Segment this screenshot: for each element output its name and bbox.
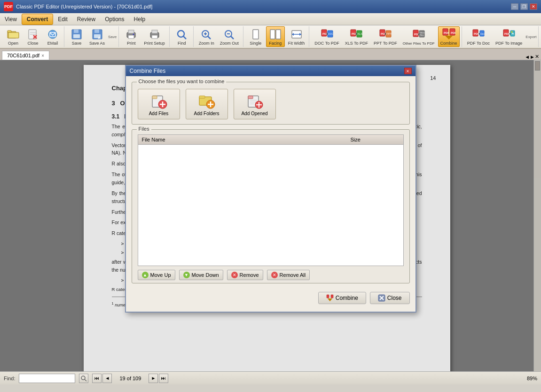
minimize-button[interactable]: ─	[511, 3, 518, 10]
zoom-in-label: Zoom In	[199, 41, 214, 46]
pdf-to-image-button[interactable]: PDF PDF To Image	[493, 26, 525, 47]
restore-button[interactable]: ❐	[520, 3, 528, 10]
tab-close-all[interactable]: ✕	[535, 54, 539, 60]
move-up-icon: ▲	[142, 272, 149, 278]
toolbar-group-zoom: Zoom In Zoom Out	[195, 26, 243, 47]
close-dialog-button[interactable]: Close	[370, 292, 410, 304]
save-label: Save	[72, 41, 82, 46]
svg-line-27	[208, 36, 211, 39]
xls-to-pdf-button[interactable]: PDFXLS XLS To PDF	[343, 26, 370, 47]
dialog-titlebar: Combine Files ×	[126, 66, 416, 76]
svg-line-31	[231, 36, 234, 39]
zoom-out-label: Zoom Out	[220, 41, 239, 46]
doc-to-pdf-label: DOC To PDF	[314, 41, 339, 46]
tab-close-button[interactable]: ×	[41, 53, 44, 58]
save-as-button[interactable]: A Save As	[87, 26, 107, 47]
fit-width-button[interactable]: Fit Width	[286, 26, 307, 47]
titlebar-controls: ─ ❐ ✕	[511, 3, 537, 10]
print-setup-icon	[148, 28, 161, 41]
close-icon	[26, 28, 39, 41]
tab-prev[interactable]: ◄	[525, 54, 530, 60]
dialog-close-button[interactable]: ×	[404, 68, 412, 74]
move-up-button[interactable]: ▲ Move Up	[138, 270, 175, 280]
zoom-out-button[interactable]: Zoom Out	[218, 26, 241, 47]
svg-point-76	[511, 31, 512, 33]
fit-width-icon	[290, 28, 303, 41]
other-to-pdf-button[interactable]: PDFOtherFiles Other Files To PDF	[400, 27, 437, 47]
doc-to-pdf-icon: PDFDOC	[321, 28, 334, 41]
combine-action-icon	[326, 294, 334, 302]
menu-view[interactable]: View	[0, 14, 22, 24]
menu-review[interactable]: Review	[72, 14, 100, 24]
svg-point-20	[133, 34, 134, 35]
pdf-tab[interactable]: 70C61d01.pdf ×	[2, 51, 49, 60]
close-button[interactable]: Close	[24, 26, 42, 47]
print-button[interactable]: Print	[122, 26, 141, 47]
add-folders-icon	[198, 92, 215, 109]
open-button[interactable]: Open	[4, 26, 23, 47]
find-input[interactable]	[19, 374, 75, 383]
remove-label: Remove	[240, 272, 259, 278]
combine-toolbar-button[interactable]: PDFPDF Combine	[438, 26, 460, 47]
facing-button[interactable]: Facing	[266, 26, 285, 47]
email-label: EMail	[47, 41, 58, 46]
find-button[interactable]: Find	[172, 26, 191, 47]
single-label: Single	[250, 41, 261, 46]
add-files-button[interactable]: Add Files	[138, 89, 180, 119]
combine-action-button[interactable]: Combine	[318, 292, 366, 304]
move-down-button[interactable]: ▼ Move Down	[179, 270, 223, 280]
menu-convert[interactable]: Convert	[22, 14, 53, 25]
print-setup-button[interactable]: Print Setup	[141, 26, 167, 47]
ppt-to-pdf-button[interactable]: PDFPPT PPT To PDF	[371, 26, 400, 47]
add-files-label: Add Files	[149, 111, 169, 116]
doc-to-pdf-button[interactable]: PDFDOC DOC To PDF	[312, 26, 341, 47]
add-files-icon	[150, 92, 167, 109]
tab-next[interactable]: ►	[530, 54, 535, 60]
svg-rect-12	[73, 34, 80, 38]
svg-rect-35	[276, 30, 281, 39]
move-up-label: Move Up	[150, 272, 171, 278]
toolbar-group-convert: PDFDOC DOC To PDF PDFXLS XLS To PDF PDFP…	[310, 26, 462, 47]
zoom-in-button[interactable]: Zoom In	[196, 26, 217, 47]
single-button[interactable]: Single	[246, 26, 265, 47]
facing-icon	[269, 28, 282, 41]
svg-rect-98	[331, 295, 333, 298]
remove-all-label: Remove All	[280, 272, 306, 278]
pdf-to-doc-button[interactable]: PDFDoc PDF To Doc	[465, 26, 492, 47]
choose-files-buttons: Add Files Add	[138, 87, 404, 119]
email-button[interactable]: EMail	[43, 26, 62, 47]
svg-rect-22	[152, 30, 157, 33]
app-logo: PDF	[4, 2, 13, 11]
menu-edit[interactable]: Edit	[53, 14, 72, 24]
svg-rect-85	[199, 96, 205, 98]
app-title: Classic PDF Editor (Unregistered Version…	[16, 4, 152, 9]
last-page-button[interactable]: ⏭	[159, 374, 168, 383]
files-legend: Files	[137, 126, 151, 132]
remove-button[interactable]: ✕ Remove	[227, 270, 263, 280]
add-folders-button[interactable]: Add Folders	[186, 89, 228, 119]
menu-help[interactable]: Help	[129, 14, 150, 24]
zoom-level: 89%	[527, 376, 537, 381]
prev-page-button[interactable]: ◄	[102, 374, 112, 383]
close-button[interactable]: ✕	[530, 3, 537, 10]
save-button[interactable]: Save	[67, 26, 86, 47]
find-label: Find	[178, 41, 186, 46]
xls-to-pdf-label: XLS To PDF	[345, 41, 368, 46]
ppt-to-pdf-icon: PDFPPT	[379, 28, 392, 41]
tab-navigation: ◄ ► ✕	[525, 54, 541, 60]
svg-rect-14	[94, 30, 99, 33]
files-table-container[interactable]: File Name Size	[138, 134, 404, 266]
pdf-to-image-icon: PDF	[502, 28, 516, 41]
next-page-button[interactable]: ►	[149, 374, 158, 383]
svg-rect-34	[270, 30, 275, 39]
remove-all-button[interactable]: ✕ Remove All	[267, 270, 310, 280]
pdf-to-doc-icon: PDFDoc	[472, 28, 485, 41]
print-icon	[125, 28, 138, 41]
svg-point-103	[81, 376, 85, 380]
toolbar-group-save: Save A Save As Save	[65, 26, 119, 47]
add-opened-button[interactable]: Add Opened	[234, 89, 276, 119]
menu-options[interactable]: Options	[100, 14, 129, 24]
remove-icon: ✕	[231, 272, 238, 278]
first-page-button[interactable]: ⏮	[92, 374, 102, 383]
find-search-button[interactable]	[79, 374, 88, 383]
